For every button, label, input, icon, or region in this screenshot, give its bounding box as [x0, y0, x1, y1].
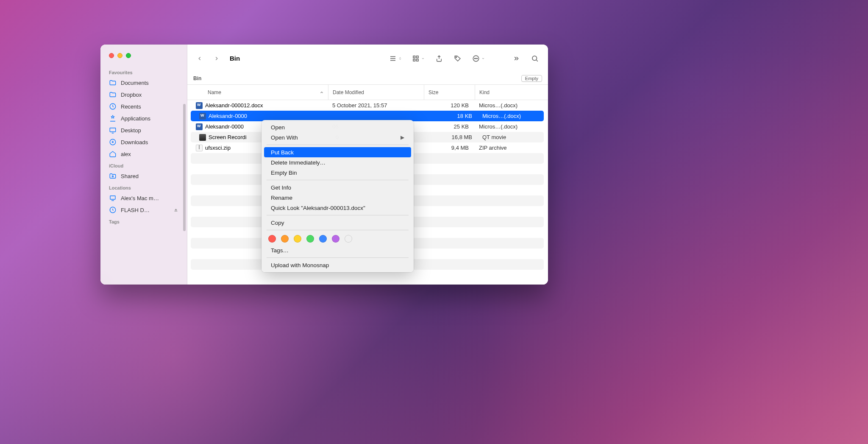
actions-button[interactable]: [469, 52, 488, 65]
sidebar-item-shared[interactable]: Shared: [100, 170, 187, 182]
toolbar: Bin: [187, 45, 548, 72]
tag-purple[interactable]: [332, 235, 339, 243]
empty-bin-button[interactable]: Empty: [521, 75, 542, 82]
sidebar-item-label: Desktop: [121, 127, 141, 134]
ctx-label: Tags…: [271, 247, 289, 254]
sidebar: Favourites Documents Dropbox Recents App…: [100, 45, 187, 285]
ctx-label: Empty Bin: [271, 170, 297, 176]
sidebar-item-applications[interactable]: Applications: [100, 112, 187, 124]
grid-icon: [412, 55, 420, 62]
word-file-icon: [196, 102, 203, 109]
sidebar-section-favourites: Favourites: [100, 67, 187, 77]
tag-icon: [454, 55, 462, 62]
ctx-label: Put Back: [271, 149, 294, 156]
ctx-rename[interactable]: Rename: [264, 193, 411, 203]
column-label: Name: [208, 89, 221, 95]
ctx-put-back[interactable]: Put Back: [264, 147, 411, 157]
chevron-left-icon: [197, 56, 203, 61]
path-bar: Bin Empty: [187, 72, 548, 85]
svg-rect-6: [413, 56, 415, 58]
file-kind: Micros…(.docx): [478, 113, 544, 119]
column-label: Kind: [479, 89, 490, 95]
chevron-down-icon: [481, 57, 485, 60]
column-kind[interactable]: Kind: [475, 85, 548, 100]
sidebar-item-mac[interactable]: Alex's Mac m…: [100, 192, 187, 204]
table-row[interactable]: Aleksandr-000012.docx5 October 2021, 15:…: [187, 100, 543, 111]
sidebar-item-alex[interactable]: alex: [100, 148, 187, 160]
group-button[interactable]: [409, 52, 428, 65]
ctx-tags[interactable]: Tags…: [264, 245, 411, 255]
tag-green[interactable]: [306, 235, 314, 243]
sidebar-item-documents[interactable]: Documents: [100, 77, 187, 89]
ctx-open[interactable]: Open: [264, 122, 411, 132]
file-kind: ZIP archive: [475, 145, 543, 151]
column-size[interactable]: Size: [424, 85, 475, 100]
tags-button[interactable]: [451, 52, 465, 65]
sidebar-item-recents[interactable]: Recents: [100, 101, 187, 112]
tag-red[interactable]: [268, 235, 276, 243]
ctx-tag-colors: [262, 232, 414, 245]
tag-blue[interactable]: [319, 235, 327, 243]
mov-file-icon: [199, 134, 206, 141]
svg-rect-8: [413, 59, 415, 61]
sidebar-scrollbar[interactable]: [183, 104, 186, 231]
chevron-down-icon: [421, 57, 425, 60]
chevron-double-right-icon: [512, 55, 520, 62]
column-date[interactable]: Date Modified: [328, 85, 424, 100]
eject-icon[interactable]: [173, 207, 178, 212]
ctx-get-info[interactable]: Get Info: [264, 182, 411, 193]
view-mode-button[interactable]: [386, 52, 405, 65]
apps-icon: [109, 114, 117, 122]
tag-orange[interactable]: [281, 235, 289, 243]
sidebar-item-label: alex: [121, 151, 131, 157]
share-button[interactable]: [432, 52, 446, 65]
sidebar-item-label: Shared: [121, 173, 139, 179]
column-name[interactable]: Name: [187, 89, 328, 95]
sidebar-item-downloads[interactable]: Downloads: [100, 136, 187, 148]
download-icon: [109, 138, 117, 146]
ctx-label: Open With: [271, 134, 298, 141]
close-button[interactable]: [109, 53, 114, 58]
svg-rect-9: [417, 59, 419, 61]
submenu-arrow-icon: ▶: [401, 134, 404, 140]
file-size: 18 KB: [427, 113, 478, 119]
ctx-delete-immediately[interactable]: Delete Immediately…: [264, 157, 411, 168]
mac-icon: [109, 194, 117, 202]
sidebar-item-flash[interactable]: FLASH D…: [100, 204, 187, 216]
sidebar-item-desktop[interactable]: Desktop: [100, 124, 187, 136]
ctx-upload-monosnap[interactable]: Upload with Monosnap: [264, 260, 411, 270]
ctx-label: Rename: [271, 195, 292, 201]
sort-ascending-icon: [320, 90, 324, 95]
sidebar-item-dropbox[interactable]: Dropbox: [100, 89, 187, 101]
word-file-icon: [196, 123, 203, 130]
file-size: 16,8 MB: [427, 134, 478, 140]
back-button[interactable]: [193, 52, 206, 65]
overflow-button[interactable]: [509, 52, 523, 65]
minimize-button[interactable]: [117, 53, 122, 58]
search-button[interactable]: [528, 52, 542, 65]
ctx-label: Open: [271, 124, 285, 131]
tag-yellow[interactable]: [294, 235, 301, 243]
ctx-label: Delete Immediately…: [271, 159, 326, 166]
ctx-empty-bin[interactable]: Empty Bin: [264, 168, 411, 178]
sidebar-item-label: Documents: [121, 80, 149, 86]
ctx-label: Copy: [271, 220, 284, 226]
file-kind: QT movie: [478, 134, 544, 140]
breadcrumb[interactable]: Bin: [193, 75, 201, 81]
sidebar-item-label: Downloads: [121, 139, 148, 145]
file-size: 25 KB: [424, 123, 475, 130]
svg-point-13: [476, 58, 476, 59]
ctx-copy[interactable]: Copy: [264, 218, 411, 228]
file-kind: Micros…(.docx): [475, 123, 543, 130]
fullscreen-button[interactable]: [126, 53, 131, 58]
search-icon: [531, 55, 539, 62]
ctx-quick-look[interactable]: Quick Look "Aleksandr-000013.docx": [264, 203, 411, 213]
tag-none[interactable]: [345, 235, 352, 243]
word-file-icon: [199, 113, 206, 120]
sidebar-item-label: Dropbox: [121, 92, 142, 98]
file-name: ufsxsci.zip: [205, 145, 231, 151]
sidebar-item-label: Recents: [121, 103, 141, 110]
sidebar-section-icloud: iCloud: [100, 160, 187, 170]
forward-button[interactable]: [210, 52, 223, 65]
ctx-open-with[interactable]: Open With▶: [264, 132, 411, 142]
